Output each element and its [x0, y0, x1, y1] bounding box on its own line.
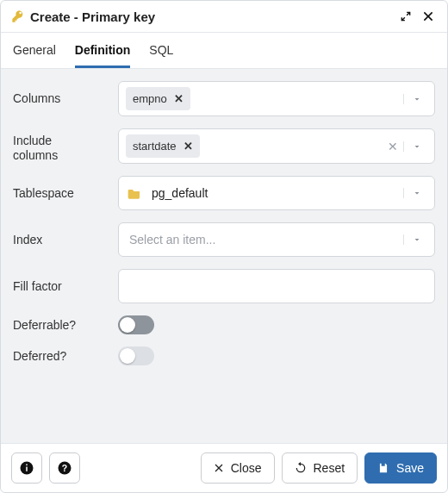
tab-general[interactable]: General [13, 33, 56, 68]
deferrable-label: Deferrable? [13, 318, 118, 333]
chip-label: empno [133, 92, 167, 105]
close-dialog-button[interactable] [420, 8, 437, 25]
svg-rect-1 [26, 467, 28, 471]
tab-sql[interactable]: SQL [149, 33, 173, 68]
chip-label: startdate [133, 140, 177, 153]
dialog: Create - Primary key General Definition … [0, 0, 448, 493]
tab-definition[interactable]: Definition [75, 33, 131, 68]
chevron-down-icon[interactable] [403, 234, 429, 245]
tablespace-select[interactable]: pg_default [118, 176, 435, 210]
close-label: Close [231, 461, 262, 475]
chip-remove-icon[interactable]: ✕ [174, 92, 184, 105]
save-label: Save [396, 461, 424, 475]
deferred-toggle[interactable] [118, 346, 154, 365]
index-placeholder: Select an item... [124, 233, 215, 246]
info-button[interactable] [11, 452, 42, 484]
fill-factor-input[interactable] [118, 269, 435, 303]
svg-rect-2 [26, 465, 28, 466]
index-label: Index [13, 233, 118, 247]
include-columns-label: Includecolumns [13, 128, 118, 163]
reset-icon [295, 462, 307, 474]
tablespace-label: Tablespace [13, 186, 118, 201]
columns-label: Columns [13, 91, 118, 106]
fill-factor-label: Fill factor [13, 279, 118, 294]
expand-button[interactable] [397, 8, 414, 25]
tablespace-value: pg_default [146, 186, 208, 200]
chip-empno: empno ✕ [126, 87, 190, 110]
clear-icon[interactable]: ✕ [383, 140, 403, 153]
save-icon [377, 462, 389, 474]
deferrable-toggle[interactable] [118, 315, 154, 334]
columns-select[interactable]: empno ✕ [118, 81, 435, 116]
close-icon [214, 463, 224, 473]
deferred-label: Deferred? [13, 349, 118, 364]
svg-text:?: ? [62, 463, 67, 473]
chevron-down-icon[interactable] [403, 94, 429, 104]
folder-icon [128, 187, 141, 199]
close-button[interactable]: Close [201, 452, 275, 484]
tabs: General Definition SQL [1, 33, 447, 69]
form-body: Columns empno ✕ Includecolumns [1, 69, 447, 443]
chip-remove-icon[interactable]: ✕ [184, 140, 193, 153]
chevron-down-icon[interactable] [403, 188, 429, 198]
reset-label: Reset [314, 461, 345, 475]
index-select[interactable]: Select an item... [118, 222, 435, 257]
include-columns-select[interactable]: startdate ✕ ✕ [118, 128, 435, 164]
footer: ? Close Reset Save [1, 443, 447, 492]
chip-startdate: startdate ✕ [126, 134, 200, 158]
titlebar: Create - Primary key [1, 1, 447, 33]
save-button[interactable]: Save [364, 452, 437, 484]
dialog-title: Create - Primary key [30, 9, 392, 24]
reset-button[interactable]: Reset [282, 452, 358, 484]
key-icon [11, 9, 25, 23]
chevron-down-icon[interactable] [403, 141, 429, 152]
help-button[interactable]: ? [49, 452, 80, 484]
